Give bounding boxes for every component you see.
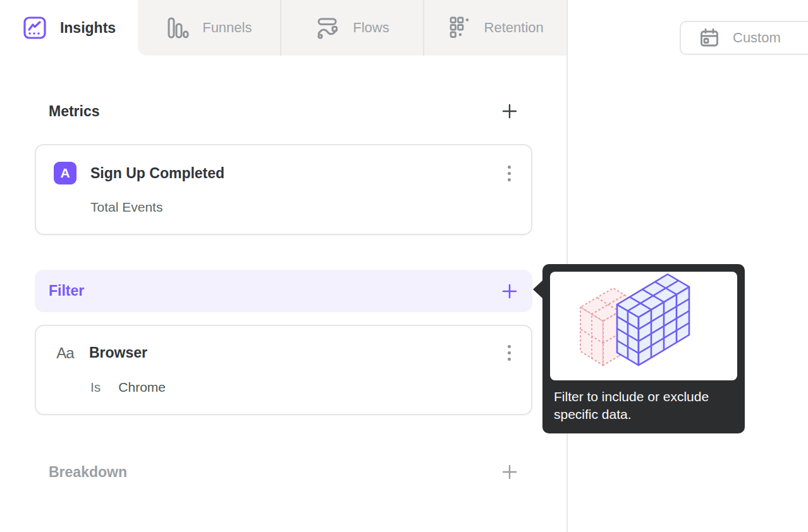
filter-property-name: Browser [89, 344, 505, 361]
tab-funnels-label: Funnels [202, 20, 252, 36]
report-tabbar: Insights Funnels [0, 0, 566, 56]
filter-card-header: Aa Browser [54, 342, 513, 363]
kebab-menu-icon [508, 345, 511, 348]
plus-icon [501, 102, 518, 120]
inactive-tabs-group: Funnels Flows [138, 0, 566, 56]
tab-insights-label: Insights [60, 20, 116, 37]
metric-menu-button[interactable] [505, 163, 513, 184]
flow-wave-icon [315, 15, 340, 40]
tooltip-illustration [550, 272, 737, 380]
kebab-menu-icon [508, 166, 511, 169]
date-range-label: Custom [733, 30, 781, 46]
breakdown-section-header: Breakdown [35, 459, 532, 485]
tab-flows[interactable]: Flows [280, 0, 424, 56]
filter-operator[interactable]: Is [90, 380, 101, 395]
tooltip-text: Filter to include or exclude specific da… [554, 388, 709, 423]
metric-aggregation[interactable]: Total Events [90, 200, 513, 215]
add-metric-button[interactable] [501, 102, 518, 120]
metric-card-header: A Sign Up Completed [54, 162, 513, 184]
metrics-section-header: Metrics [35, 99, 532, 124]
filter-card[interactable]: Aa Browser Is Chrome [35, 325, 532, 415]
date-range-custom-button[interactable]: Custom [680, 21, 808, 55]
query-builder-panel: Insights Funnels [0, 0, 568, 532]
filter-menu-button[interactable] [505, 342, 513, 363]
line-chart-icon [22, 15, 47, 40]
analytics-app: Insights Funnels [0, 0, 808, 532]
metric-series-badge: A [54, 162, 77, 184]
tab-flows-label: Flows [353, 20, 389, 36]
tooltip-caret [533, 280, 543, 299]
add-breakdown-button[interactable] [501, 463, 518, 481]
bar-chart-icon [166, 15, 190, 40]
metric-card[interactable]: A Sign Up Completed Total Events [35, 144, 532, 235]
filter-cube-illustration [550, 272, 737, 380]
tab-retention-label: Retention [484, 20, 544, 36]
builder-content: Metrics A Sign Up Completed [35, 99, 532, 485]
filter-section-label: Filter [49, 282, 84, 299]
filter-help-tooltip: Filter to include or exclude specific da… [542, 264, 745, 433]
filter-condition: Is Chrome [90, 380, 513, 395]
plus-icon [501, 463, 518, 481]
filter-section-row: Filter [35, 270, 532, 312]
metric-event-name: Sign Up Completed [90, 165, 505, 182]
breakdown-section-label: Breakdown [49, 464, 127, 481]
dot-grid-icon [448, 15, 472, 40]
tab-funnels[interactable]: Funnels [138, 0, 280, 56]
text-property-icon: Aa [54, 344, 77, 362]
tab-insights[interactable]: Insights [0, 0, 138, 56]
tab-retention[interactable]: Retention [423, 0, 566, 56]
plus-icon [501, 282, 518, 300]
calendar-icon [699, 27, 720, 49]
filter-value[interactable]: Chrome [118, 380, 166, 395]
add-filter-button[interactable] [501, 282, 518, 300]
metrics-section-title: Metrics [49, 103, 100, 120]
